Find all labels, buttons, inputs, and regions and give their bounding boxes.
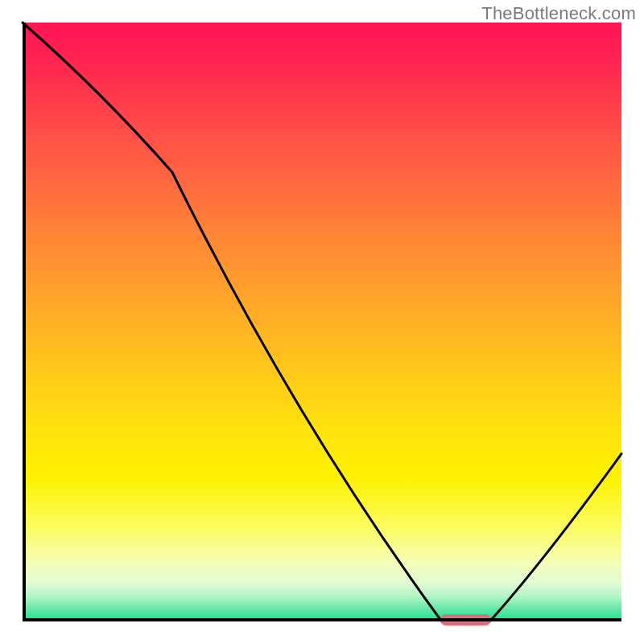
watermark-text: TheBottleneck.com: [481, 3, 636, 24]
chart-container: TheBottleneck.com: [0, 0, 644, 644]
bottleneck-curve: [23, 23, 621, 621]
optimal-region-marker: [440, 614, 492, 625]
plot-area: [23, 23, 621, 621]
